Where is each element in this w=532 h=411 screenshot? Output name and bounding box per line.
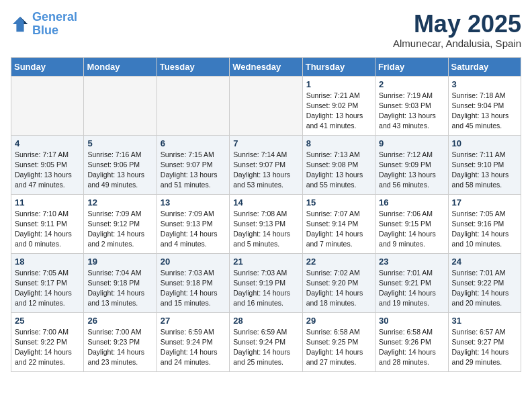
day-number: 6 xyxy=(161,138,226,148)
day-number: 1 xyxy=(306,79,371,89)
day-info: Sunrise: 7:11 AM Sunset: 9:10 PM Dayligh… xyxy=(452,150,517,191)
header-thursday: Thursday xyxy=(302,57,375,76)
calendar-table: SundayMondayTuesdayWednesdayThursdayFrid… xyxy=(11,57,521,372)
calendar-day: 31Sunrise: 6:57 AM Sunset: 9:27 PM Dayli… xyxy=(448,312,521,371)
day-number: 26 xyxy=(87,316,152,326)
day-info: Sunrise: 7:17 AM Sunset: 9:05 PM Dayligh… xyxy=(15,150,80,191)
day-info: Sunrise: 7:08 AM Sunset: 9:13 PM Dayligh… xyxy=(233,209,298,250)
day-number: 29 xyxy=(306,316,371,326)
calendar-day: 25Sunrise: 7:00 AM Sunset: 9:22 PM Dayli… xyxy=(11,312,84,371)
day-number: 24 xyxy=(452,257,517,267)
day-info: Sunrise: 6:59 AM Sunset: 9:24 PM Dayligh… xyxy=(233,327,298,368)
calendar-day: 17Sunrise: 7:05 AM Sunset: 9:16 PM Dayli… xyxy=(448,194,521,253)
calendar-day xyxy=(84,76,157,135)
day-number: 28 xyxy=(233,316,298,326)
logo: General Blue xyxy=(11,11,77,38)
day-number: 7 xyxy=(233,138,298,148)
day-info: Sunrise: 7:06 AM Sunset: 9:15 PM Dayligh… xyxy=(379,209,444,250)
day-info: Sunrise: 6:57 AM Sunset: 9:27 PM Dayligh… xyxy=(452,327,517,368)
day-info: Sunrise: 7:15 AM Sunset: 9:07 PM Dayligh… xyxy=(161,150,226,191)
header-friday: Friday xyxy=(375,57,448,76)
calendar-day: 28Sunrise: 6:59 AM Sunset: 9:24 PM Dayli… xyxy=(230,312,302,371)
day-info: Sunrise: 7:09 AM Sunset: 9:12 PM Dayligh… xyxy=(87,209,152,250)
header-sunday: Sunday xyxy=(11,57,84,76)
day-number: 27 xyxy=(161,316,226,326)
calendar-day: 16Sunrise: 7:06 AM Sunset: 9:15 PM Dayli… xyxy=(375,194,448,253)
calendar-day: 18Sunrise: 7:05 AM Sunset: 9:17 PM Dayli… xyxy=(11,253,84,312)
calendar-day: 12Sunrise: 7:09 AM Sunset: 9:12 PM Dayli… xyxy=(84,194,157,253)
calendar-day: 6Sunrise: 7:15 AM Sunset: 9:07 PM Daylig… xyxy=(157,135,229,194)
calendar-day xyxy=(157,76,229,135)
day-info: Sunrise: 7:03 AM Sunset: 9:19 PM Dayligh… xyxy=(233,268,298,309)
day-info: Sunrise: 7:00 AM Sunset: 9:22 PM Dayligh… xyxy=(15,327,80,368)
calendar-day: 21Sunrise: 7:03 AM Sunset: 9:19 PM Dayli… xyxy=(230,253,302,312)
title-block: May 2025 Almunecar, Andalusia, Spain xyxy=(393,11,521,49)
day-number: 25 xyxy=(15,316,80,326)
day-info: Sunrise: 7:02 AM Sunset: 9:20 PM Dayligh… xyxy=(306,268,371,309)
day-number: 12 xyxy=(87,197,152,208)
day-number: 22 xyxy=(306,257,371,267)
day-info: Sunrise: 7:05 AM Sunset: 9:16 PM Dayligh… xyxy=(452,209,517,250)
day-info: Sunrise: 7:09 AM Sunset: 9:13 PM Dayligh… xyxy=(161,209,226,250)
day-info: Sunrise: 7:12 AM Sunset: 9:09 PM Dayligh… xyxy=(379,150,444,191)
day-number: 20 xyxy=(161,257,226,267)
day-info: Sunrise: 7:10 AM Sunset: 9:11 PM Dayligh… xyxy=(15,209,80,250)
day-number: 13 xyxy=(161,197,226,208)
calendar-day: 8Sunrise: 7:13 AM Sunset: 9:08 PM Daylig… xyxy=(302,135,375,194)
calendar-day: 27Sunrise: 6:59 AM Sunset: 9:24 PM Dayli… xyxy=(157,312,229,371)
calendar-day: 5Sunrise: 7:16 AM Sunset: 9:06 PM Daylig… xyxy=(84,135,157,194)
day-info: Sunrise: 7:03 AM Sunset: 9:18 PM Dayligh… xyxy=(161,268,226,309)
day-info: Sunrise: 7:21 AM Sunset: 9:02 PM Dayligh… xyxy=(306,91,371,132)
day-info: Sunrise: 7:19 AM Sunset: 9:03 PM Dayligh… xyxy=(379,91,444,132)
day-number: 2 xyxy=(379,79,444,89)
day-number: 16 xyxy=(379,197,444,208)
day-info: Sunrise: 7:18 AM Sunset: 9:04 PM Dayligh… xyxy=(452,91,517,132)
header-saturday: Saturday xyxy=(448,57,521,76)
day-info: Sunrise: 7:16 AM Sunset: 9:06 PM Dayligh… xyxy=(87,150,152,191)
day-number: 8 xyxy=(306,138,371,148)
calendar-header-row: SundayMondayTuesdayWednesdayThursdayFrid… xyxy=(11,57,521,76)
day-info: Sunrise: 7:14 AM Sunset: 9:07 PM Dayligh… xyxy=(233,150,298,191)
calendar-day: 7Sunrise: 7:14 AM Sunset: 9:07 PM Daylig… xyxy=(230,135,302,194)
calendar-day: 14Sunrise: 7:08 AM Sunset: 9:13 PM Dayli… xyxy=(230,194,302,253)
day-number: 9 xyxy=(379,138,444,148)
day-number: 5 xyxy=(87,138,152,148)
day-number: 21 xyxy=(233,257,298,267)
day-info: Sunrise: 7:04 AM Sunset: 9:18 PM Dayligh… xyxy=(87,268,152,309)
calendar-day: 1Sunrise: 7:21 AM Sunset: 9:02 PM Daylig… xyxy=(302,76,375,135)
header-monday: Monday xyxy=(84,57,157,76)
calendar-week-3: 11Sunrise: 7:10 AM Sunset: 9:11 PM Dayli… xyxy=(11,194,521,253)
calendar-day: 10Sunrise: 7:11 AM Sunset: 9:10 PM Dayli… xyxy=(448,135,521,194)
day-number: 15 xyxy=(306,197,371,208)
calendar-day: 23Sunrise: 7:01 AM Sunset: 9:21 PM Dayli… xyxy=(375,253,448,312)
day-number: 23 xyxy=(379,257,444,267)
calendar-day: 24Sunrise: 7:01 AM Sunset: 9:22 PM Dayli… xyxy=(448,253,521,312)
calendar-day: 29Sunrise: 6:58 AM Sunset: 9:25 PM Dayli… xyxy=(302,312,375,371)
day-info: Sunrise: 6:58 AM Sunset: 9:25 PM Dayligh… xyxy=(306,327,371,368)
day-number: 31 xyxy=(452,316,517,326)
calendar-day: 9Sunrise: 7:12 AM Sunset: 9:09 PM Daylig… xyxy=(375,135,448,194)
calendar-week-2: 4Sunrise: 7:17 AM Sunset: 9:05 PM Daylig… xyxy=(11,135,521,194)
calendar-day: 26Sunrise: 7:00 AM Sunset: 9:23 PM Dayli… xyxy=(84,312,157,371)
calendar-day: 2Sunrise: 7:19 AM Sunset: 9:03 PM Daylig… xyxy=(375,76,448,135)
day-info: Sunrise: 6:59 AM Sunset: 9:24 PM Dayligh… xyxy=(161,327,226,368)
calendar-day xyxy=(11,76,84,135)
calendar-week-1: 1Sunrise: 7:21 AM Sunset: 9:02 PM Daylig… xyxy=(11,76,521,135)
calendar-week-4: 18Sunrise: 7:05 AM Sunset: 9:17 PM Dayli… xyxy=(11,253,521,312)
calendar-day xyxy=(230,76,302,135)
location: Almunecar, Andalusia, Spain xyxy=(393,38,521,49)
calendar-day: 20Sunrise: 7:03 AM Sunset: 9:18 PM Dayli… xyxy=(157,253,229,312)
month-title: May 2025 xyxy=(393,11,521,38)
logo-icon xyxy=(11,15,30,34)
day-number: 3 xyxy=(452,79,517,89)
page-header: General Blue May 2025 Almunecar, Andalus… xyxy=(11,11,521,49)
day-number: 14 xyxy=(233,197,298,208)
day-info: Sunrise: 7:13 AM Sunset: 9:08 PM Dayligh… xyxy=(306,150,371,191)
calendar-day: 13Sunrise: 7:09 AM Sunset: 9:13 PM Dayli… xyxy=(157,194,229,253)
calendar-day: 15Sunrise: 7:07 AM Sunset: 9:14 PM Dayli… xyxy=(302,194,375,253)
calendar-day: 22Sunrise: 7:02 AM Sunset: 9:20 PM Dayli… xyxy=(302,253,375,312)
day-info: Sunrise: 7:01 AM Sunset: 9:21 PM Dayligh… xyxy=(379,268,444,309)
calendar-week-5: 25Sunrise: 7:00 AM Sunset: 9:22 PM Dayli… xyxy=(11,312,521,371)
header-wednesday: Wednesday xyxy=(230,57,302,76)
calendar-day: 4Sunrise: 7:17 AM Sunset: 9:05 PM Daylig… xyxy=(11,135,84,194)
